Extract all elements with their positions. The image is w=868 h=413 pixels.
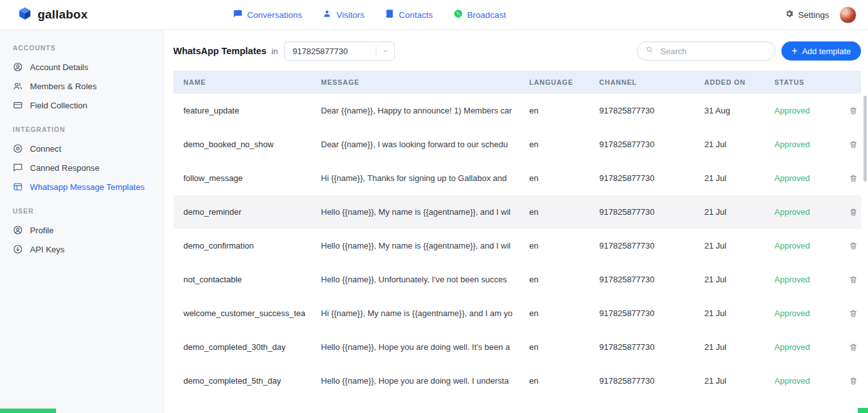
delete-button[interactable] <box>848 240 859 252</box>
column-header-language: LANGUAGE <box>529 78 599 86</box>
template-message: Hello {{name}}, My name is {{agentname}}… <box>321 241 529 250</box>
column-header-added-on: ADDED ON <box>704 78 774 86</box>
logo-text: gallabox <box>38 8 88 22</box>
card-icon <box>13 100 23 110</box>
add-template-button[interactable]: + Add template <box>781 41 861 61</box>
gallabox-cube-icon <box>18 6 32 23</box>
section-title-integration: INTEGRATION <box>0 126 163 133</box>
table-row[interactable]: follow_message Hi {{name}}, Thanks for s… <box>173 161 861 195</box>
top-bar: gallabox Conversations Visitors <box>0 0 868 30</box>
settings-button[interactable]: Settings <box>785 9 829 20</box>
table-row[interactable]: not_contactable Hello {{name}}, Unfortun… <box>173 263 861 296</box>
sidebar-item-label: API Keys <box>30 245 64 254</box>
sidebar-item-label: Profile <box>30 226 53 235</box>
sidebar-item-whatsapp-message-templates[interactable]: Whatsapp Message Templates <box>0 177 163 196</box>
column-header-name: NAME <box>183 78 321 86</box>
table-row[interactable]: demo_confirmation Hello {{name}}, My nam… <box>173 229 861 263</box>
template-message: Dear {{name}}, I was looking forward to … <box>321 140 529 149</box>
avatar[interactable] <box>839 6 857 24</box>
sidebar-item-account-details[interactable]: Account Details <box>0 57 163 76</box>
template-message: Dear {{name}}, Happy to announce! 1) Mem… <box>321 106 529 115</box>
sidebar-item-profile[interactable]: Profile <box>0 221 163 240</box>
green-strip-right <box>858 408 868 413</box>
delete-button[interactable] <box>848 274 859 286</box>
chat-outline-icon <box>13 163 23 173</box>
sidebar-item-field-collection[interactable]: Field Collection <box>0 96 163 115</box>
table-row[interactable]: feature_update Dear {{name}}, Happy to a… <box>173 94 861 127</box>
table-row[interactable]: demo_completed_30th_day Hello {{name}}, … <box>173 330 861 364</box>
delete-button[interactable] <box>848 207 859 218</box>
search-box[interactable] <box>637 41 776 61</box>
settings-label: Settings <box>798 10 829 20</box>
logo[interactable]: gallabox <box>18 6 209 23</box>
plus-icon: + <box>792 46 797 56</box>
templates-table: NAME MESSAGE LANGUAGE CHANNEL ADDED ON S… <box>173 71 861 398</box>
trash-icon <box>849 377 858 386</box>
template-channel: 917825877730 <box>599 207 704 217</box>
template-added-on: 21 Jul <box>704 342 774 352</box>
delete-button[interactable] <box>848 342 859 353</box>
template-name: follow_message <box>183 173 321 183</box>
nav-label: Contacts <box>399 10 432 20</box>
sidebar-item-api-keys[interactable]: API Keys <box>0 240 163 259</box>
trash-icon <box>849 208 858 217</box>
status-badge: Approved <box>774 207 846 217</box>
section-title-accounts: ACCOUNTS <box>0 44 163 52</box>
nav-conversations[interactable]: Conversations <box>233 9 302 20</box>
table-row[interactable]: welcome_customer_success_tea Hi {{name}}… <box>173 296 861 330</box>
status-badge: Approved <box>774 342 846 352</box>
nav-label: Visitors <box>336 10 364 20</box>
trash-icon <box>849 106 858 115</box>
delete-button[interactable] <box>848 139 859 150</box>
template-language: en <box>529 207 599 217</box>
template-language: en <box>529 275 599 284</box>
delete-button[interactable] <box>848 308 859 319</box>
add-template-label: Add template <box>802 47 851 56</box>
template-message: Hello {{name}}, Unfortunately, I've not … <box>321 275 529 284</box>
page-title: WhatsApp Templates <box>173 46 266 56</box>
top-right-area: Settings <box>785 6 857 24</box>
table-row[interactable]: demo_booked_no_show Dear {{name}}, I was… <box>173 127 861 161</box>
template-grid-icon <box>13 182 23 192</box>
template-added-on: 21 Jul <box>704 376 774 386</box>
nav-visitors[interactable]: Visitors <box>322 9 364 20</box>
column-header-channel: CHANNEL <box>599 78 704 86</box>
main-header: WhatsApp Templates in 917825877730 + Add… <box>173 41 861 61</box>
template-channel: 917825877730 <box>599 342 704 352</box>
template-message: Hello {{name}}, Hope you are doing well.… <box>321 342 529 352</box>
table-body: feature_update Dear {{name}}, Happy to a… <box>173 94 861 398</box>
template-language: en <box>529 140 599 149</box>
chevron-down-icon[interactable] <box>376 47 394 55</box>
main-content: WhatsApp Templates in 917825877730 + Add… <box>164 30 868 413</box>
nav-contacts[interactable]: Contacts <box>385 9 432 20</box>
channel-selector[interactable]: 917825877730 <box>284 41 395 61</box>
delete-button[interactable] <box>848 173 859 184</box>
nav-broadcast[interactable]: Broadcast <box>453 9 506 20</box>
delete-button[interactable] <box>848 105 859 117</box>
status-badge: Approved <box>774 241 846 250</box>
sidebar-item-connect[interactable]: Connect <box>0 139 163 158</box>
in-label: in <box>271 47 278 56</box>
template-message: Hello {{name}}, Hope you are doing well.… <box>321 376 529 386</box>
table-row[interactable]: demo_completed_5th_day Hello {{name}}, H… <box>173 364 861 398</box>
template-language: en <box>529 342 599 352</box>
template-language: en <box>529 106 599 115</box>
scrollbar-thumb[interactable] <box>864 96 867 182</box>
template-language: en <box>529 241 599 250</box>
template-added-on: 21 Jul <box>704 275 774 284</box>
status-badge: Approved <box>774 106 846 115</box>
template-name: demo_confirmation <box>183 241 321 250</box>
template-name: not_contactable <box>183 275 321 284</box>
search-input[interactable] <box>659 46 767 57</box>
sidebar-item-canned-response[interactable]: Canned Response <box>0 158 163 177</box>
trash-icon <box>849 140 858 149</box>
delete-button[interactable] <box>848 375 859 387</box>
sidebar-item-members-roles[interactable]: Members & Roles <box>0 76 163 96</box>
template-message: Hi {{name}}, My name is {{agentname}}, a… <box>321 308 529 318</box>
template-channel: 917825877730 <box>599 241 704 250</box>
template-name: demo_booked_no_show <box>183 140 321 149</box>
template-added-on: 21 Jul <box>704 173 774 183</box>
table-row[interactable]: demo_reminder Hello {{name}}, My name is… <box>173 195 861 229</box>
template-channel: 917825877730 <box>599 308 704 318</box>
status-badge: Approved <box>774 376 846 386</box>
